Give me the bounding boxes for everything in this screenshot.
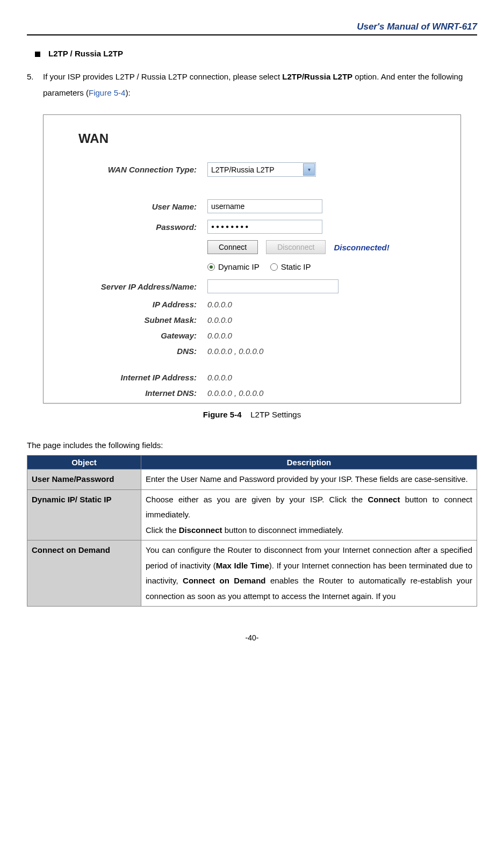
- section-heading: L2TP / Russia L2TP: [27, 49, 477, 58]
- cell-desc: Choose either as you are given by your I…: [141, 489, 477, 540]
- includes-text: The page includes the following fields:: [27, 441, 477, 450]
- label-internet-dns: Internet DNS:: [62, 388, 207, 398]
- disconnect-button[interactable]: Disconnect: [266, 240, 326, 254]
- chevron-down-icon: ▾: [303, 163, 315, 176]
- row-ip: IP Address: 0.0.0.0: [62, 300, 442, 309]
- radio-static-ip[interactable]: Static IP: [270, 262, 311, 271]
- bullet-icon: [35, 52, 40, 57]
- status-badge: Disconnected!: [334, 243, 389, 252]
- th-object: Object: [27, 456, 141, 470]
- label-internet-ip: Internet IP Address:: [62, 373, 207, 382]
- password-field[interactable]: ●●●●●●●●: [207, 220, 322, 234]
- value-subnet: 0.0.0.0: [207, 315, 232, 325]
- caption-number: Figure 5-4: [203, 410, 242, 419]
- server-field[interactable]: [207, 279, 339, 293]
- dropdown-value: L2TP/Russia L2TP: [208, 165, 303, 174]
- label-username: User Name:: [62, 202, 207, 211]
- radio-dynamic-ip[interactable]: Dynamic IP: [207, 262, 260, 271]
- table-row: Connect on Demand You can configure the …: [27, 540, 477, 607]
- cell-desc: Enter the User Name and Password provide…: [141, 470, 477, 490]
- connect-button[interactable]: Connect: [207, 240, 258, 254]
- caption-text: L2TP Settings: [250, 410, 301, 419]
- radio-icon: [270, 263, 278, 271]
- value-dns: 0.0.0.0 , 0.0.0.0: [207, 347, 263, 356]
- value-internet-ip: 0.0.0.0: [207, 373, 232, 382]
- cell-object: User Name/Password: [27, 470, 141, 490]
- row-server: Server IP Address/Name:: [62, 279, 442, 293]
- text-bold: Connect on Demand: [183, 576, 265, 585]
- wan-heading: WAN: [78, 131, 442, 146]
- text-fragment: button to disconnect immediately.: [222, 525, 344, 535]
- figure-caption: Figure 5-4 L2TP Settings: [27, 410, 477, 419]
- table-row: Dynamic IP/ Static IP Choose either as y…: [27, 489, 477, 540]
- fields-table: Object Description User Name/Password En…: [27, 455, 477, 607]
- text-fragment: If your ISP provides L2TP / Russia L2TP …: [43, 72, 282, 81]
- radio-icon: [207, 263, 215, 271]
- row-subnet: Subnet Mask: 0.0.0.0: [62, 315, 442, 325]
- label-ip: IP Address:: [62, 300, 207, 309]
- page-number: -40-: [27, 633, 477, 642]
- row-buttons: Connect Disconnect Disconnected!: [62, 240, 442, 254]
- step-number: 5.: [27, 69, 43, 101]
- table-row: User Name/Password Enter the User Name a…: [27, 470, 477, 490]
- text-bold: Max Idle Time: [216, 561, 269, 570]
- text-bold: Disconnect: [179, 525, 222, 535]
- row-internet-ip: Internet IP Address: 0.0.0.0: [62, 373, 442, 382]
- text-fragment: Click the: [146, 525, 179, 535]
- figure-link[interactable]: Figure 5-4: [89, 88, 125, 97]
- label-password: Password:: [62, 222, 207, 232]
- section-title: L2TP / Russia L2TP: [48, 49, 123, 58]
- label-gateway: Gateway:: [62, 331, 207, 340]
- th-description: Description: [141, 456, 477, 470]
- text-fragment: Choose either as you are given by your I…: [146, 495, 368, 504]
- username-field[interactable]: [207, 199, 322, 213]
- row-password: Password: ●●●●●●●●: [62, 220, 442, 234]
- cell-object: Dynamic IP/ Static IP: [27, 489, 141, 540]
- text-fragment: ):: [125, 88, 130, 97]
- step-text: If your ISP provides L2TP / Russia L2TP …: [43, 69, 477, 101]
- label-dns: DNS:: [62, 347, 207, 356]
- row-gateway: Gateway: 0.0.0.0: [62, 331, 442, 340]
- radio-label: Static IP: [281, 262, 311, 271]
- row-conn-type: WAN Connection Type: L2TP/Russia L2TP ▾: [62, 162, 442, 177]
- row-username: User Name:: [62, 199, 442, 213]
- cell-desc: You can configure the Router to disconne…: [141, 540, 477, 607]
- text-bold: L2TP/Russia L2TP: [282, 72, 352, 81]
- value-gateway: 0.0.0.0: [207, 331, 232, 340]
- value-internet-dns: 0.0.0.0 , 0.0.0.0: [207, 388, 263, 398]
- ip-mode-group: Dynamic IP Static IP: [207, 262, 442, 271]
- label-subnet: Subnet Mask:: [62, 315, 207, 325]
- label-server: Server IP Address/Name:: [62, 282, 207, 291]
- page-header: User's Manual of WNRT-617: [27, 21, 477, 35]
- text-bold: Connect: [368, 495, 400, 504]
- cell-object: Connect on Demand: [27, 540, 141, 607]
- step-item: 5. If your ISP provides L2TP / Russia L2…: [27, 69, 477, 101]
- radio-label: Dynamic IP: [218, 262, 260, 271]
- figure-screenshot: WAN WAN Connection Type: L2TP/Russia L2T…: [43, 114, 461, 403]
- row-internet-dns: Internet DNS: 0.0.0.0 , 0.0.0.0: [62, 388, 442, 398]
- label-conn-type: WAN Connection Type:: [62, 165, 207, 174]
- wan-conn-type-select[interactable]: L2TP/Russia L2TP ▾: [207, 162, 316, 177]
- value-ip: 0.0.0.0: [207, 300, 232, 309]
- row-dns: DNS: 0.0.0.0 , 0.0.0.0: [62, 347, 442, 356]
